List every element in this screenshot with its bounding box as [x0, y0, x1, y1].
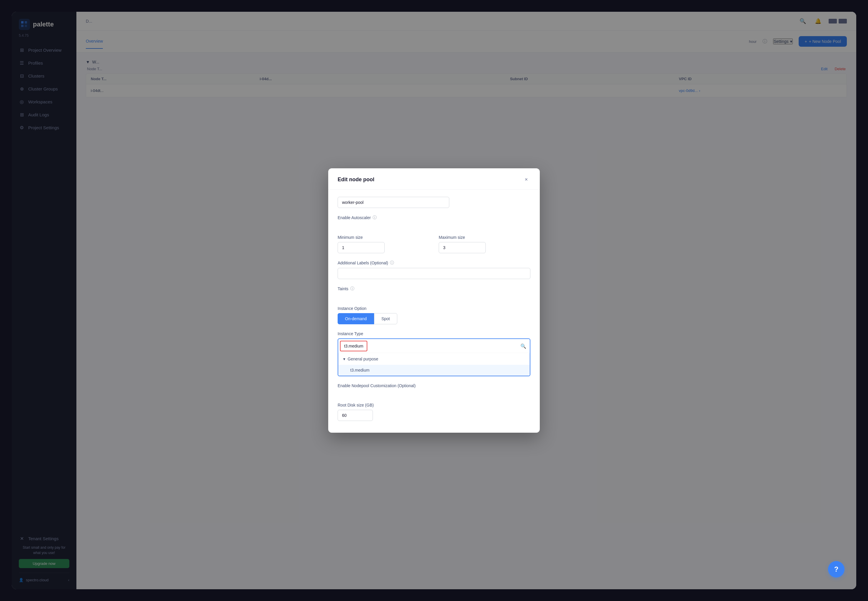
autoscaler-label: Enable Autoscaler ⓘ: [338, 215, 530, 220]
modal-title: Edit node pool: [338, 177, 374, 183]
nodepool-customization-group: Enable Nodepool Customization (Optional): [338, 383, 530, 396]
spot-button[interactable]: Spot: [374, 313, 397, 324]
dropdown-expand-icon: ▾: [343, 357, 345, 361]
instance-type-search-input[interactable]: [369, 341, 517, 351]
additional-labels-input[interactable]: [338, 268, 530, 279]
autoscaler-info-icon[interactable]: ⓘ: [372, 215, 377, 220]
instance-type-dropdown: ▾ General purpose t3.medium: [338, 353, 530, 376]
nodepool-customization-label: Enable Nodepool Customization (Optional): [338, 383, 530, 388]
instance-search-icon: 🔍: [517, 343, 530, 349]
autoscaler-group: Enable Autoscaler ⓘ: [338, 215, 530, 228]
size-group: Minimum size Maximum size: [338, 235, 530, 253]
on-demand-button[interactable]: On-demand: [338, 313, 374, 324]
size-row: Minimum size Maximum size: [338, 235, 530, 253]
instance-type-wrapper: t3.medium 🔍 ▾ General purpose t3.medium: [338, 339, 530, 376]
max-size-label: Maximum size: [439, 235, 530, 240]
root-disk-group: Root Disk size (GB): [338, 403, 530, 421]
root-disk-input[interactable]: [338, 410, 373, 421]
edit-node-pool-modal: Edit node pool × Enable Autoscaler ⓘ: [328, 168, 540, 433]
dropdown-group-label: General purpose: [348, 357, 378, 361]
instance-option-buttons: On-demand Spot: [338, 313, 530, 324]
labels-info-icon[interactable]: ⓘ: [390, 260, 394, 265]
modal-header: Edit node pool ×: [328, 168, 540, 190]
instance-type-top: t3.medium 🔍: [338, 339, 530, 353]
min-size-group: Minimum size: [338, 235, 429, 253]
instance-option-label: Instance Option: [338, 306, 530, 311]
modal-overlay: Edit node pool × Enable Autoscaler ⓘ: [0, 0, 868, 601]
help-button[interactable]: ?: [828, 561, 845, 578]
max-size-input[interactable]: [439, 242, 486, 253]
pool-name-input[interactable]: [338, 197, 449, 208]
additional-labels-label: Additional Labels (Optional) ⓘ: [338, 260, 530, 265]
taints-info-icon[interactable]: ⓘ: [350, 286, 354, 291]
taints-group: Taints ⓘ: [338, 286, 530, 299]
min-size-label: Minimum size: [338, 235, 429, 240]
max-size-group: Maximum size: [439, 235, 530, 253]
instance-type-label: Instance Type: [338, 331, 530, 336]
additional-labels-group: Additional Labels (Optional) ⓘ: [338, 260, 530, 279]
dropdown-item-t3medium[interactable]: t3.medium: [339, 365, 529, 375]
instance-option-group: Instance Option On-demand Spot: [338, 306, 530, 324]
pool-name-group: [338, 197, 530, 208]
instance-type-selected-tag: t3.medium: [340, 341, 367, 351]
instance-type-group: Instance Type t3.medium 🔍 ▾ General purp…: [338, 331, 530, 376]
modal-close-button[interactable]: ×: [522, 175, 530, 184]
modal-body: Enable Autoscaler ⓘ Minimum size: [328, 190, 540, 433]
dropdown-group-header: ▾ General purpose: [339, 353, 529, 365]
min-size-input[interactable]: [338, 242, 384, 253]
root-disk-label: Root Disk size (GB): [338, 403, 530, 407]
taints-label: Taints ⓘ: [338, 286, 530, 291]
